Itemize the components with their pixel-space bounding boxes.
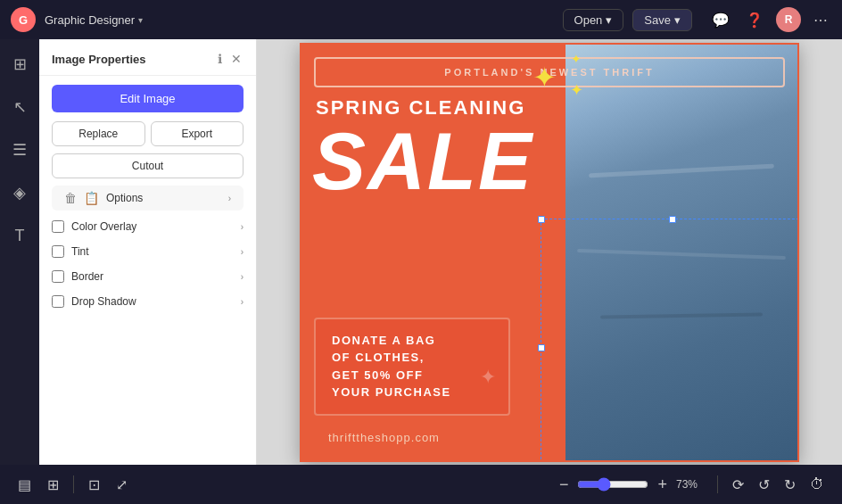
topbar-icons: 💬 ❓ R ⋯ [708,7,831,32]
tint-label: Tint [71,245,234,258]
border-row[interactable]: Border › [39,264,256,289]
cutout-button[interactable]: Cutout [52,153,244,178]
options-label: Options [106,192,221,204]
trash-icon: 🗑 [64,191,77,205]
selection-handle-ml[interactable] [538,344,545,351]
color-overlay-checkbox[interactable] [52,220,64,233]
tint-checkbox[interactable] [52,245,64,258]
undo-icon-button[interactable]: ↺ [753,473,775,497]
text-icon-button[interactable]: T [5,221,34,250]
zoom-out-button[interactable]: − [556,474,573,496]
panel-header: Image Properties ℹ ✕ [39,39,256,76]
chat-icon-button[interactable]: 💬 [708,8,733,32]
save-button[interactable]: Save ▾ [632,9,692,31]
panel-info-icon-button[interactable]: ℹ [216,50,224,68]
open-button[interactable]: Open ▾ [563,9,624,31]
panel-close-icon-button[interactable]: ✕ [229,50,244,68]
color-overlay-row[interactable]: Color Overlay › [39,214,256,239]
home-icon-button[interactable]: ⊞ [5,50,34,78]
app-name-button[interactable]: Graphic Designer ▾ [45,13,143,27]
border-label: Border [71,270,234,283]
panel-title: Image Properties [52,53,210,66]
main-area: ⊞ ↖ ☰ ◈ T Image Properties ℹ ✕ Edit Imag… [0,39,842,465]
bottom-toolbar: ▤ ⊞ ⊡ ⤢ − + 73% ⟳ ↺ ↻ ⏱ [0,465,842,504]
drop-shadow-checkbox[interactable] [52,295,64,308]
expand-view-icon-button[interactable]: ⤢ [111,473,133,497]
left-toolbar: ⊞ ↖ ☰ ◈ T [0,39,39,465]
more-options-icon-button[interactable]: ⋯ [810,8,831,32]
sale-text: SALE [312,121,533,202]
app-name-label: Graphic Designer [45,13,135,27]
save-chevron-icon: ▾ [674,13,681,27]
zoom-slider[interactable] [577,477,648,492]
drop-shadow-label: Drop Shadow [71,295,234,308]
color-overlay-chevron-icon: › [241,222,244,232]
tint-chevron-icon: › [241,247,244,257]
tint-row[interactable]: Tint › [39,239,256,264]
open-chevron-icon: ▾ [606,13,612,27]
history-icon-button[interactable]: ⏱ [805,473,830,497]
border-chevron-icon: › [241,272,244,282]
selection-handle-tl[interactable] [538,216,545,223]
design-canvas[interactable]: Portland's Newest Thrift Spring Cleaning… [300,43,799,462]
drop-shadow-chevron-icon: › [241,297,244,307]
redo-icon-button[interactable]: ↻ [779,473,801,497]
history-buttons: ⟳ ↺ ↻ ⏱ [727,473,830,497]
replace-button[interactable]: Replace [52,121,145,146]
zoom-level-label: 73% [676,478,708,491]
spring-cleaning-text: Spring Cleaning [316,96,525,120]
canvas-area: Portland's Newest Thrift Spring Cleaning… [257,39,842,465]
jeans-image [565,45,797,460]
app-name-chevron-icon: ▾ [138,15,143,25]
options-bar[interactable]: 🗑 📋 Options › [52,186,244,211]
options-chevron-icon: › [228,194,231,203]
star2-decoration: ✦ [570,80,583,100]
replace-export-row: Replace Export [52,121,244,146]
shapes-icon-button[interactable]: ◈ [5,178,34,207]
side-panel: Image Properties ℹ ✕ Edit Image Replace … [39,39,257,465]
zoom-in-button[interactable]: + [654,474,671,496]
avatar[interactable]: R [776,7,801,32]
export-button[interactable]: Export [151,121,244,146]
star3-decoration: ✦ [571,52,582,66]
donate-box: Donate a bag of clothes, get 50% off you… [314,318,510,416]
refresh-icon-button[interactable]: ⟳ [727,473,749,497]
edit-image-button[interactable]: Edit Image [52,85,244,112]
top-bar: G Graphic Designer ▾ Open ▾ Save ▾ 💬 ❓ R… [0,0,842,39]
cursor-icon-button[interactable]: ↖ [5,93,34,121]
layers-icon-button[interactable]: ☰ [5,136,34,164]
toolbar-divider-2 [717,475,718,493]
toolbar-divider-1 [73,475,74,493]
website-text: thrifttheshopp.com [328,431,440,444]
donate-text: Donate a bag of clothes, get 50% off you… [332,332,492,401]
copy-icon: 📋 [84,191,99,205]
app-logo: G [11,7,36,32]
grid-view-icon-button[interactable]: ⊞ [42,473,64,497]
zoom-controls: − + 73% [556,474,708,496]
star1-decoration: ✦ [532,61,557,95]
drop-shadow-row[interactable]: Drop Shadow › [39,289,256,314]
help-icon-button[interactable]: ❓ [742,8,767,32]
color-overlay-label: Color Overlay [71,220,234,233]
layers-view-icon-button[interactable]: ▤ [12,473,37,497]
fit-view-icon-button[interactable]: ⊡ [83,473,105,497]
border-checkbox[interactable] [52,270,64,283]
